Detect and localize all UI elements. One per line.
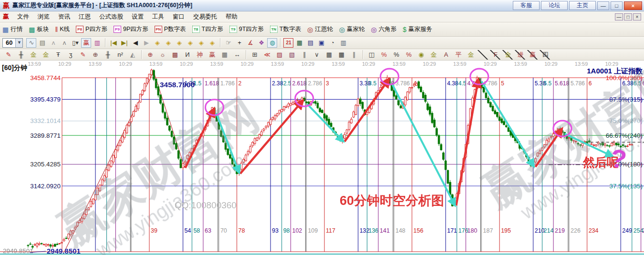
period-combo[interactable]: 60 ▼ xyxy=(2,38,23,48)
ray-fan-icon[interactable]: ≪ xyxy=(261,50,273,60)
protractor-icon[interactable]: ◭ xyxy=(127,50,138,60)
menu-item-2[interactable]: 浏览 xyxy=(33,12,54,22)
close-button[interactable]: × xyxy=(624,1,642,10)
diag-si-icon[interactable]: 四 xyxy=(540,50,551,60)
percent-lines-icon[interactable]: % xyxy=(403,50,415,60)
calculator-icon[interactable]: ▦ xyxy=(294,38,304,48)
shaded-grid-icon[interactable]: ▩ xyxy=(169,50,181,60)
grid-icon[interactable]: ▦ xyxy=(323,50,335,60)
starburst-icon[interactable]: ☼ xyxy=(157,50,168,60)
menu-item-1[interactable]: 文件 xyxy=(13,12,33,22)
save-icon[interactable]: ▣ xyxy=(316,38,326,48)
home-button[interactable]: 主页 xyxy=(569,1,596,10)
fence2-icon[interactable]: ╫ xyxy=(102,50,114,60)
wave-tool-icon[interactable]: ∿ xyxy=(26,38,36,48)
toolbar-item-hexagon[interactable]: ◎六角形 xyxy=(371,25,396,33)
calendar-icon[interactable]: 21 xyxy=(283,38,293,48)
menu-item-3[interactable]: 资讯 xyxy=(54,12,74,22)
zoom-horizontal-icon[interactable]: ◈ xyxy=(174,38,184,48)
menu-item-10[interactable]: 帮助 xyxy=(221,12,242,22)
smart-analysis-icon[interactable]: ◍ xyxy=(267,38,277,48)
toolbar-item-winner-service[interactable]: $赢家服务 xyxy=(403,25,432,33)
toolbar-item-quotes[interactable]: ▦行情 xyxy=(2,25,22,33)
gold-circle-icon[interactable]: ◉ xyxy=(415,50,427,60)
percent-tri-icon[interactable]: % xyxy=(378,50,390,60)
pencil-circle-icon[interactable]: ✎ xyxy=(77,50,89,60)
toolbar-item-winner-wheel[interactable]: ◎赢家轮 xyxy=(339,25,365,33)
page-back-icon[interactable]: ◀ xyxy=(130,38,140,48)
zigzag-small-icon[interactable]: ʌ xyxy=(48,38,58,48)
child-minimize-button[interactable]: — xyxy=(615,13,623,20)
chart-canvas[interactable]: 13:5910:2913:5910:2913:5910:2913:5910:29… xyxy=(0,61,644,255)
zoom-all-icon[interactable]: ◈ xyxy=(207,38,217,48)
print-icon[interactable]: ▥ xyxy=(338,38,348,48)
toolbar-item-9p-square[interactable]: P99P四方形 xyxy=(114,25,148,33)
diag-f-icon[interactable]: F xyxy=(490,50,501,60)
child-restore-button[interactable]: □ xyxy=(624,13,632,20)
customer-service-button[interactable]: 客服 xyxy=(513,1,540,10)
ping-lines-icon[interactable]: 平 xyxy=(453,50,464,60)
menu-item-9[interactable]: 交易委托 xyxy=(189,12,221,22)
menu-item-7[interactable]: 工具 xyxy=(148,12,168,22)
shade-fan-icon[interactable]: ▨ xyxy=(274,50,285,60)
diag-icon[interactable] xyxy=(478,50,489,60)
gold-fence-icon[interactable]: 金 xyxy=(28,50,39,60)
span-arrows-icon[interactable]: ↔ xyxy=(231,50,243,60)
toolbar-item-kline[interactable]: ‖K线 xyxy=(55,25,70,33)
diag-jin-icon[interactable]: 进 xyxy=(515,50,526,60)
grid2-icon[interactable]: ▦ xyxy=(336,50,347,60)
gold-lines-icon[interactable]: 金 xyxy=(428,50,439,60)
toolbar-item-gann-wheel[interactable]: ◎江恩轮 xyxy=(307,25,333,33)
history-save-icon[interactable]: ◔ xyxy=(327,38,337,48)
zoom-left-icon[interactable]: ◈ xyxy=(152,38,162,48)
shade-fan2-icon[interactable]: ▧ xyxy=(286,50,298,60)
box-lines-icon[interactable]: ⊞ xyxy=(249,50,260,60)
pencil-icon[interactable]: ✎ xyxy=(3,50,14,60)
zoom-out-icon[interactable]: ◈ xyxy=(196,38,206,48)
f-fence-icon[interactable]: Ŧ xyxy=(52,50,64,60)
line-fan-icon[interactable]: ∥ xyxy=(299,50,310,60)
compass-icon[interactable]: ⊕ xyxy=(145,50,156,60)
ying-analysis-icon[interactable]: 赢 xyxy=(81,38,91,48)
gann-shape-icon[interactable]: ❖ xyxy=(256,38,266,48)
zigzag-icon[interactable]: ʌ xyxy=(59,38,69,48)
a-pencil-icon[interactable]: A xyxy=(440,50,452,60)
n-squared-icon[interactable]: n² xyxy=(114,50,126,60)
color-bars-icon[interactable]: ▥ xyxy=(92,38,102,48)
circle-ticks-icon[interactable]: ⊕ xyxy=(90,50,101,60)
candle-style-icon[interactable]: ▯▾ xyxy=(70,38,80,48)
toolbar-item-sectors[interactable]: ▩板块 xyxy=(29,25,49,33)
minimize-button[interactable]: — xyxy=(597,1,609,10)
toolbar-item-9t-square[interactable]: T99T四方形 xyxy=(229,25,264,33)
curve-fence-icon[interactable]: ʒ xyxy=(65,50,76,60)
angle-tool-icon[interactable]: ∡ xyxy=(245,38,255,48)
gold-fan-icon[interactable]: 金 xyxy=(465,50,477,60)
toolbar-item-t-table[interactable]: TNT数字表 xyxy=(270,25,301,33)
restore-button[interactable]: □ xyxy=(611,1,623,10)
parallel-icon[interactable]: ∥ xyxy=(348,50,360,60)
hand-tool-icon[interactable]: ☞ xyxy=(223,38,233,48)
fence-icon[interactable]: ╫ xyxy=(15,50,27,60)
notes-icon[interactable]: ▤ xyxy=(305,38,315,48)
v-lines-icon[interactable]: ∨ xyxy=(311,50,322,60)
menu-item-8[interactable]: 窗口 xyxy=(168,12,189,22)
menu-item-6[interactable]: 设置 xyxy=(127,12,148,22)
menu-item-5[interactable]: 公式选股 xyxy=(95,12,127,22)
zoom-in-icon[interactable]: ◈ xyxy=(185,38,195,48)
last-page-icon[interactable]: ▶| xyxy=(119,38,129,48)
child-close-button[interactable]: × xyxy=(633,13,641,20)
ying-tool-icon[interactable]: 赢 xyxy=(207,50,218,60)
report-icon[interactable]: ▤ xyxy=(37,38,47,48)
zoom-right-icon[interactable]: ◈ xyxy=(163,38,173,48)
crosshair-icon[interactable]: + xyxy=(234,38,244,48)
toolbar-item-p-table[interactable]: PNP数字表 xyxy=(155,25,186,33)
first-page-icon[interactable]: |◀ xyxy=(108,38,118,48)
shen-tool-icon[interactable]: 神 xyxy=(194,50,206,60)
menu-item-4[interactable]: 江恩 xyxy=(74,12,95,22)
diag-ying-icon[interactable]: 赢 xyxy=(527,50,539,60)
grid-123-icon[interactable]: ▦ xyxy=(219,50,230,60)
diag-gold-icon[interactable]: 金 xyxy=(502,50,514,60)
forum-button[interactable]: 论坛 xyxy=(541,1,568,10)
toolbar-item-t-square[interactable]: T8T四方形 xyxy=(192,25,223,33)
gold-fence2-icon[interactable]: 金 xyxy=(40,50,52,60)
